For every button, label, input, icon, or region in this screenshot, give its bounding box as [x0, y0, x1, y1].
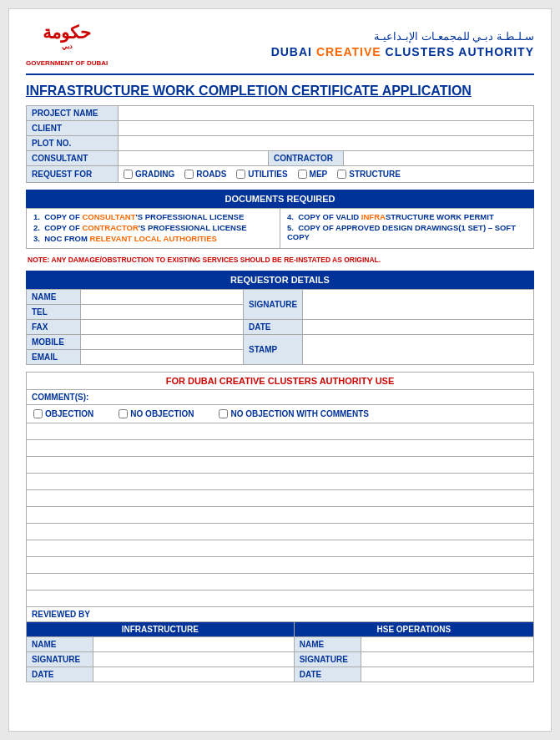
docs-table: 1. COPY OF CONSULTANT'S PROFESSIONAL LIC… [26, 208, 534, 249]
no-objection-comments-checkbox[interactable] [219, 409, 228, 418]
client-value[interactable] [119, 121, 534, 136]
req-fax-label: FAX [27, 320, 81, 335]
docs-list-left: 1. COPY OF CONSULTANT'S PROFESSIONAL LIC… [27, 209, 280, 249]
empty-rows-container [26, 423, 534, 607]
roads-checkbox-label[interactable]: ROADS [184, 170, 226, 179]
doc-item-5: 5. COPY OF APPROVED DESIGN DRAWINGS(1 SE… [287, 223, 527, 241]
req-fax-value[interactable] [81, 320, 244, 335]
infra-name-label: NAME [27, 637, 93, 652]
client-label: CLIENT [27, 121, 119, 136]
infra-date-value[interactable] [93, 667, 295, 682]
doc-item-4: 4. COPY OF VALID INFRASTRUCTURE WORK PER… [287, 212, 527, 221]
docs-row: 1. COPY OF CONSULTANT'S PROFESSIONAL LIC… [27, 209, 534, 249]
req-name-value[interactable] [81, 290, 244, 305]
documents-header: DOCUMENTS REQUIRED [26, 190, 534, 208]
request-for-row: REQUEST FOR GRADING ROADS UTILITIES [27, 166, 534, 183]
empty-row-3 [26, 457, 534, 474]
mep-label: MEP [310, 170, 328, 179]
structure-label: STRUCTURE [349, 170, 401, 179]
req-tel-value[interactable] [81, 305, 244, 320]
hse-signature-value[interactable] [361, 652, 533, 667]
req-mobile-value[interactable] [81, 335, 244, 350]
authority-creative: CREATIVE [316, 45, 381, 58]
structure-checkbox-label[interactable]: STRUCTURE [337, 170, 401, 179]
project-name-row: PROJECT NAME [27, 106, 534, 121]
objection-label[interactable]: OBJECTION [33, 409, 93, 418]
mep-checkbox[interactable] [298, 170, 307, 179]
plot-no-value[interactable] [119, 136, 534, 151]
consultant-contractor-row: CONSULTANT CONTRACTOR [27, 151, 534, 166]
empty-row-6 [26, 507, 534, 524]
empty-row-2 [26, 440, 534, 457]
req-mobile-label: MOBILE [27, 335, 81, 350]
hse-date-value[interactable] [361, 667, 533, 682]
docs-list1: 1. COPY OF CONSULTANT'S PROFESSIONAL LIC… [33, 212, 273, 243]
req-stamp-value[interactable] [303, 335, 534, 365]
req-email-value[interactable] [81, 350, 244, 365]
hse-header: HSE OPERATIONS [294, 622, 533, 637]
authority-english: DUBAI CREATIVE CLUSTERS AUTHORITY [271, 45, 534, 58]
contractor-value[interactable] [344, 151, 534, 166]
empty-row-10 [26, 574, 534, 590]
empty-row-11 [26, 590, 534, 607]
empty-row-8 [26, 540, 534, 557]
grading-checkbox[interactable] [124, 170, 133, 179]
infra-signature-value[interactable] [93, 652, 295, 667]
dcca-section: FOR DUBAI CREATIVE CLUSTERS AUTHORITY US… [26, 372, 534, 607]
requestor-section: REQUESTOR DETAILS NAME SIGNATURE TEL FAX… [26, 271, 534, 365]
infra-signature-label: SIGNATURE [27, 652, 93, 667]
plot-no-label: PLOT NO. [27, 136, 119, 151]
hse-name-label: NAME [294, 637, 361, 652]
infra-hse-table: INFRASTRUCTURE HSE OPERATIONS NAME NAME … [26, 622, 534, 682]
req-signature-value[interactable] [303, 290, 534, 320]
gov-logo: حكومة دبي [38, 22, 96, 59]
objection-checkbox[interactable] [33, 409, 43, 418]
hse-signature-label: SIGNATURE [294, 652, 361, 667]
empty-row-5 [26, 490, 534, 507]
no-objection-label[interactable]: NO OBJECTION [119, 409, 194, 418]
header: حكومة دبي GOVERNMENT OF DUBAI سـلـطـة دب… [26, 22, 534, 75]
grading-checkbox-label[interactable]: GRADING [124, 170, 174, 179]
empty-row-9 [26, 557, 534, 574]
requestor-mobile-row: MOBILE STAMP [27, 335, 534, 350]
doc-item-2: 2. COPY OF CONTRACTOR'S PROFESSIONAL LIC… [33, 223, 273, 232]
mep-checkbox-label[interactable]: MEP [298, 170, 328, 179]
note-prefix: NOTE: [28, 256, 52, 264]
note-row: NOTE: ANY DAMAGE/OBSTRUCTION TO EXISTING… [26, 252, 534, 267]
requestor-name-row: NAME SIGNATURE [27, 290, 534, 305]
doc-item-3: 3. NOC FROM RELEVANT LOCAL AUTHORITIES [33, 234, 273, 243]
svg-text:دبي: دبي [62, 43, 73, 50]
utilities-checkbox[interactable] [236, 170, 245, 179]
utilities-checkbox-label[interactable]: UTILITIES [236, 170, 287, 179]
no-objection-comments-label[interactable]: NO OBJECTION WITH COMMENTS [219, 409, 369, 418]
consultant-value[interactable] [119, 151, 269, 166]
requestor-fax-row: FAX DATE [27, 320, 534, 335]
checkbox-group: GRADING ROADS UTILITIES MEP [124, 170, 528, 179]
page: حكومة دبي GOVERNMENT OF DUBAI سـلـطـة دب… [8, 8, 552, 732]
no-objection-comments-text: NO OBJECTION WITH COMMENTS [230, 409, 369, 418]
project-name-value[interactable] [119, 106, 534, 121]
page-title: INFRASTRUCTURE WORK COMPLETION CERTIFICA… [26, 84, 534, 99]
req-tel-label: TEL [27, 305, 81, 320]
dcca-header: FOR DUBAI CREATIVE CLUSTERS AUTHORITY US… [26, 372, 534, 390]
req-date-value[interactable] [303, 320, 534, 335]
req-date-label: DATE [244, 320, 303, 335]
request-for-label: REQUEST FOR [27, 166, 119, 183]
req-name-label: NAME [27, 290, 81, 305]
objection-row: OBJECTION NO OBJECTION NO OBJECTION WITH… [26, 405, 534, 423]
utilities-label: UTILITIES [248, 170, 287, 179]
reviewed-by-label: REVIEWED BY [26, 607, 534, 622]
authority-pre: DUBAI [271, 45, 316, 58]
roads-checkbox[interactable] [184, 170, 194, 179]
hse-name-value[interactable] [361, 637, 533, 652]
grading-label: GRADING [135, 170, 174, 179]
no-objection-checkbox[interactable] [119, 409, 128, 418]
doc-item-1: 1. COPY OF CONSULTANT'S PROFESSIONAL LIC… [33, 212, 273, 221]
req-email-label: EMAIL [27, 350, 81, 365]
docs-list-right: 4. COPY OF VALID INFRASTRUCTURE WORK PER… [280, 209, 534, 249]
svg-text:حكومة: حكومة [43, 23, 91, 43]
comments-label: COMMENT(S): [32, 393, 88, 402]
structure-checkbox[interactable] [337, 170, 346, 179]
infra-name-value[interactable] [93, 637, 295, 652]
plot-no-row: PLOT NO. [27, 136, 534, 151]
